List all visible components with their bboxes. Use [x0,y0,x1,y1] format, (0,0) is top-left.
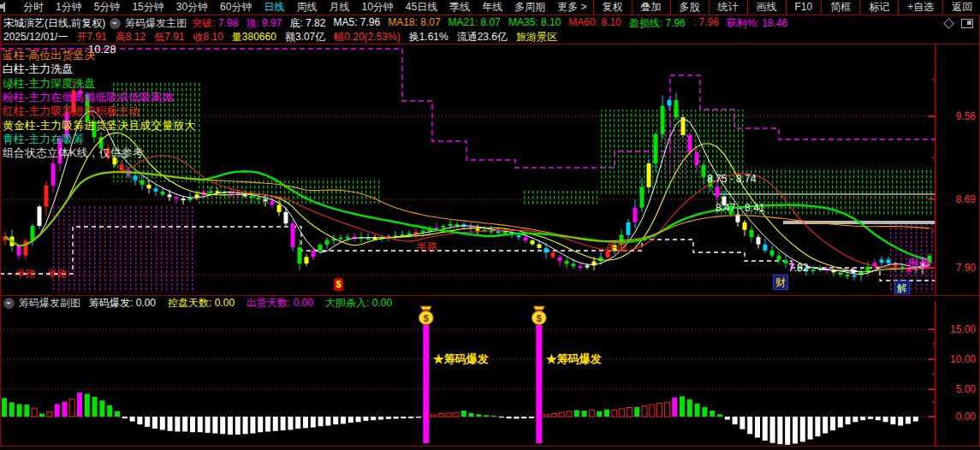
indicator-field-3: 底: 7.82 [289,16,325,31]
indicator-field-4: MA5: 7.96 [333,16,380,31]
quote-field-7: 额3.07亿 [285,30,325,44]
quote-field-10: 流通23.6亿 [457,30,508,44]
toolbar-button-1[interactable]: 复权 [593,0,632,15]
titlebar: 宋城演艺(日线,前复权) 筹码爆发主图 突破: 7.98顶: 9.97底: 7.… [0,15,980,31]
toolbar-button-4[interactable]: 统计 [709,0,747,15]
finance-news-badge[interactable]: 财 [773,275,788,290]
stock-title: 宋城演艺(日线,前复权) [3,16,105,31]
quote-field-8: 幅0.20(2.53%) [334,30,400,44]
signal-label: ★筹码爆发 [433,352,489,365]
period-tabs: 分时1分钟5分钟15分钟30分钟60分钟日线周线月线10分钟45日线季线年线多周… [17,0,593,15]
main-indicator-title: 筹码爆发主图 [125,16,187,31]
sub-chart[interactable]: $★筹码爆发$★筹码爆发 [0,301,980,447]
indicator-values: 突破: 7.98顶: 9.97底: 7.82MA5: 7.96MA18: 8.0… [192,16,787,31]
indicator-field-11: 获利%: 18.46 [727,16,787,31]
panel-layout-icon[interactable] [961,19,973,28]
period-tab-7[interactable]: 日线 [258,0,290,15]
period-tab-10[interactable]: 10分钟 [355,0,399,15]
quote-field-5: 收8.10 [193,30,223,44]
toolbar-button-7[interactable]: 简框 [821,0,859,15]
period-tab-6[interactable]: 60分钟 [214,0,258,15]
sub-indicator-title: 筹码爆发副图 [19,296,80,311]
period-tab-14[interactable]: 多周期 [508,0,551,15]
toolbar-button-2[interactable]: 叠加 [632,0,670,15]
indicator-field-8: MA60: 8.10 [568,16,621,31]
indicator-field-9: 盈损线: 7.96 [629,16,686,31]
quote-field-11: 旅游景区 [516,30,557,44]
toolbar-button-5[interactable]: 画线 [747,0,786,15]
period-tab-5[interactable]: 30分钟 [170,0,214,15]
app-window: 分时1分钟5分钟15分钟30分钟60分钟日线周线月线10分钟45日线季线年线多周… [0,0,980,450]
toolbar-button-10[interactable]: 返回 [942,0,980,15]
quote-field-2: 开7.91 [76,30,106,44]
sub-indicator-field-3: 出货天数: 0.00 [246,296,313,311]
signal-bar [423,321,429,443]
period-tab-12[interactable]: 季线 [443,0,476,15]
quote-field-6: 量380660 [232,30,276,44]
period-tab-15[interactable]: 更多 > [551,0,592,15]
sub-indicator-field-2: 控盘天数: 0.00 [168,296,235,311]
period-tab-4[interactable]: 15分钟 [126,0,169,15]
toolbar-button-8[interactable]: 标记 [859,0,898,15]
announcement-badge[interactable]: 解 [894,281,910,296]
sub-chart-header: 筹码爆发副图 筹码爆发: 0.00控盘天数: 0.00出货天数: 0.00大胆杀… [0,296,980,310]
menubar: 分时1分钟5分钟15分钟30分钟60分钟日线周线月线10分钟45日线季线年线多周… [0,0,980,15]
period-tab-2[interactable]: 1分钟 [50,0,88,15]
frame-line-left [0,15,1,447]
period-tab-8[interactable]: 周线 [290,0,323,15]
period-tab-9[interactable]: 月线 [323,0,355,15]
diamond-icon[interactable] [943,18,954,29]
indicator-field-1: 突破: 7.98 [192,16,238,31]
indicator-field-6: MA21: 8.07 [448,16,501,31]
quote-field-4: 低7.91 [154,30,184,44]
frame-line-bottom [0,446,980,447]
main-chart[interactable] [0,44,980,296]
period-tab-3[interactable]: 5分钟 [88,0,127,15]
indicator-field-2: 顶: 9.97 [246,16,282,31]
indicator-field-10: : 7.96 [693,16,719,31]
indicator-field-7: MA35: 8.10 [508,16,561,31]
dollar-marker-icon[interactable]: $ [334,278,343,291]
indicator-field-5: MA18: 8.07 [388,16,440,31]
window-icon[interactable] [3,3,5,12]
svg-text:$: $ [537,313,542,323]
sub-indicator-field-1: 筹码爆发: 0.00 [89,296,156,311]
sub-indicator-values: 筹码爆发: 0.00控盘天数: 0.00出货天数: 0.00大胆杀入: 0.00 [89,296,392,311]
toolbar-button-3[interactable]: 多股 [670,0,709,15]
signal-bar [536,321,542,443]
quote-field-9: 换1.61% [409,30,448,44]
collapse-chevron-icon[interactable] [110,18,121,29]
signal-label: ★筹码爆发 [546,352,602,365]
indicator-histogram [2,321,918,445]
toolbar-buttons: 复权叠加多股统计画线F10简框标记+自选返回 [593,0,980,15]
quote-row: 2025/12/01/一开7.91高8.12低7.91收8.10量380660额… [0,31,980,44]
period-tab-13[interactable]: 年线 [476,0,508,15]
svg-text:$: $ [424,313,429,323]
toolbar-button-6[interactable]: F10 [786,0,822,15]
period-tab-1[interactable]: 分时 [17,0,50,15]
sub-collapse-chevron-icon[interactable] [3,298,15,309]
toolbar-button-9[interactable]: +自选 [898,0,942,15]
period-tab-11[interactable]: 45日线 [400,0,443,15]
sub-indicator-field-4: 大胆杀入: 0.00 [325,296,392,311]
quote-field-1: 2025/12/01/一 [3,30,68,44]
quote-field-3: 高8.12 [116,30,146,44]
